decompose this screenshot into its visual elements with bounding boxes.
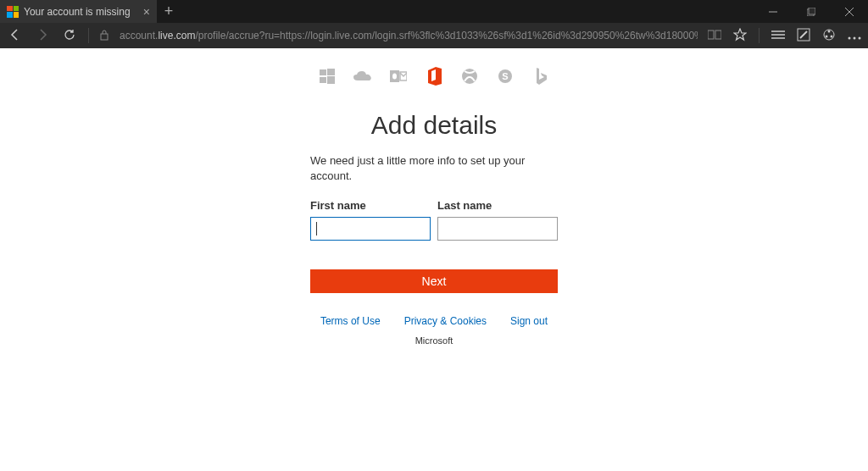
name-fields-row: First name Last name	[310, 199, 558, 241]
office-icon[interactable]	[425, 67, 443, 86]
last-name-group: Last name	[437, 199, 558, 241]
first-name-label: First name	[310, 199, 431, 212]
svg-rect-22	[327, 76, 335, 84]
svg-point-13	[828, 30, 831, 32]
svg-rect-20	[327, 69, 335, 75]
service-icons-row: S	[0, 67, 868, 86]
nav-bar: account.live.com/profile/accrue?ru=https…	[0, 23, 868, 48]
browser-tab[interactable]: Your account is missing ×	[0, 0, 157, 23]
hub-icon[interactable]	[771, 29, 785, 42]
last-name-input[interactable]	[437, 217, 558, 241]
svg-point-15	[831, 35, 833, 37]
window-controls	[754, 0, 868, 23]
browser-chrome: Your account is missing × +	[0, 0, 868, 48]
text-caret	[316, 222, 317, 236]
svg-rect-6	[708, 30, 714, 39]
refresh-button[interactable]	[61, 28, 78, 44]
address-bar[interactable]: account.live.com/profile/accrue?ru=https…	[120, 30, 698, 42]
favorite-star-icon[interactable]	[733, 28, 747, 44]
tab-title: Your account is missing	[24, 6, 138, 18]
first-name-group: First name	[310, 199, 431, 241]
svg-point-24	[392, 74, 397, 80]
svg-text:S: S	[502, 71, 508, 81]
outlook-icon[interactable]	[389, 67, 408, 86]
microsoft-favicon-icon	[7, 6, 19, 18]
page-title: Add details	[310, 111, 558, 140]
svg-rect-19	[320, 69, 326, 75]
page-content: S Add details We need just a little more…	[0, 48, 868, 471]
windows-icon[interactable]	[318, 67, 337, 86]
footer-links: Terms of Use Privacy & Cookies Sign out	[310, 315, 558, 327]
close-tab-icon[interactable]: ×	[143, 5, 150, 19]
svg-point-17	[854, 37, 856, 40]
back-button[interactable]	[7, 28, 24, 44]
terms-link[interactable]: Terms of Use	[320, 315, 381, 327]
svg-rect-2	[809, 8, 815, 14]
notes-icon[interactable]	[797, 28, 810, 44]
form-container: Add details We need just a little more i…	[310, 111, 558, 346]
skype-icon[interactable]: S	[496, 67, 515, 86]
signout-link[interactable]: Sign out	[510, 315, 548, 327]
tab-bar: Your account is missing × +	[0, 0, 868, 23]
svg-rect-21	[320, 77, 326, 83]
xbox-icon[interactable]	[460, 67, 479, 86]
maximize-button[interactable]	[792, 0, 830, 23]
first-name-input[interactable]	[310, 217, 431, 241]
svg-rect-7	[715, 30, 721, 39]
minimize-button[interactable]	[754, 0, 792, 23]
forward-button[interactable]	[34, 28, 51, 44]
next-button[interactable]: Next	[310, 269, 558, 293]
url-host: live.com	[158, 30, 195, 42]
url-prefix: account.	[120, 30, 158, 42]
new-tab-button[interactable]: +	[157, 0, 181, 23]
divider	[88, 28, 89, 43]
svg-point-18	[859, 37, 861, 40]
reading-view-icon[interactable]	[708, 29, 721, 43]
svg-point-14	[826, 35, 828, 37]
toolbar-right	[708, 28, 861, 44]
close-window-button[interactable]	[830, 0, 868, 23]
svg-point-16	[849, 37, 851, 40]
onedrive-icon[interactable]	[353, 67, 372, 86]
privacy-link[interactable]: Privacy & Cookies	[404, 315, 487, 327]
page-subtitle: We need just a little more info to set u…	[310, 153, 558, 184]
bing-icon[interactable]	[531, 67, 550, 86]
more-icon[interactable]	[848, 29, 861, 42]
lock-icon[interactable]	[99, 29, 109, 43]
svg-rect-5	[101, 34, 108, 40]
divider	[759, 28, 760, 43]
share-icon[interactable]	[822, 28, 836, 44]
last-name-label: Last name	[437, 199, 558, 212]
url-path: /profile/accrue?ru=https://login.live.co…	[195, 30, 698, 42]
brand-label: Microsoft	[310, 335, 558, 346]
